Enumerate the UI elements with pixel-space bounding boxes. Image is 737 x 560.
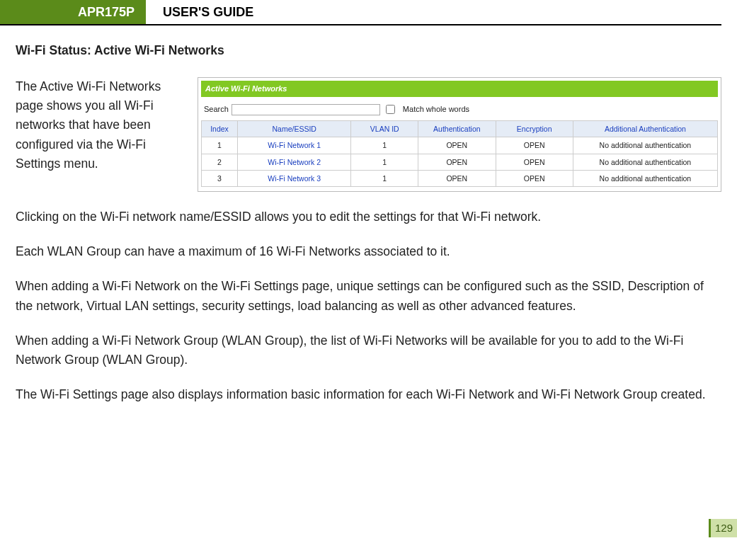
intro-paragraph: The Active Wi-Fi Networks page shows you… [16,77,185,173]
cell-addl: No additional authentication [573,170,717,186]
model-tab: APR175P [0,0,146,24]
cell-enc: OPEN [496,137,573,154]
table-row: 2 Wi-Fi Network 2 1 OPEN OPEN No additio… [202,154,718,170]
cell-enc: OPEN [496,154,573,170]
search-input[interactable] [232,104,380,115]
cell-vlan: 1 [351,137,418,154]
paragraph: Clicking on the Wi-Fi network name/ESSID… [16,207,721,227]
intro-row: The Active Wi-Fi Networks page shows you… [16,77,721,192]
cell-name-link[interactable]: Wi-Fi Network 1 [238,137,351,154]
cell-index: 3 [202,170,238,186]
paragraph: The Wi-Fi Settings page also displays in… [16,385,721,404]
col-header-enc[interactable]: Encryption [496,121,573,137]
cell-index: 2 [202,154,238,170]
panel-search-row: Search Match whole words [201,103,718,120]
cell-enc: OPEN [496,170,573,186]
table-row: 3 Wi-Fi Network 3 1 OPEN OPEN No additio… [202,170,718,186]
col-header-index[interactable]: Index [202,121,238,137]
cell-vlan: 1 [351,170,418,186]
col-header-auth[interactable]: Authentication [418,121,496,137]
doc-title: USER'S GUIDE [163,0,253,24]
cell-addl: No additional authentication [573,154,717,170]
col-header-addl[interactable]: Additional Authentication [573,121,717,137]
match-whole-words-checkbox[interactable] [386,105,395,114]
panel-title: Active Wi-Fi Networks [201,81,718,97]
cell-name-link[interactable]: Wi-Fi Network 2 [238,154,351,170]
match-whole-words-label: Match whole words [403,103,469,115]
active-wifi-panel: Active Wi-Fi Networks Search Match whole… [198,77,721,192]
cell-index: 1 [202,137,238,154]
section-heading: Wi-Fi Status: Active Wi-Fi Networks [16,41,721,60]
cell-vlan: 1 [351,154,418,170]
page-number: 129 [709,519,737,537]
content-area: Wi-Fi Status: Active Wi-Fi Networks The … [0,25,737,404]
cell-auth: OPEN [418,137,496,154]
paragraph: Each WLAN Group can have a maximum of 16… [16,242,721,261]
header-bar: APR175P USER'S GUIDE [0,0,721,25]
paragraph: When adding a Wi-Fi Network on the Wi-Fi… [16,277,721,315]
cell-auth: OPEN [418,170,496,186]
cell-auth: OPEN [418,154,496,170]
paragraph: When adding a Wi-Fi Network Group (WLAN … [16,331,721,370]
search-label: Search [204,103,229,115]
table-row: 1 Wi-Fi Network 1 1 OPEN OPEN No additio… [202,137,718,154]
col-header-vlan[interactable]: VLAN ID [351,121,418,137]
active-wifi-table: Index Name/ESSID VLAN ID Authentication … [201,120,718,187]
cell-addl: No additional authentication [573,137,717,154]
col-header-name[interactable]: Name/ESSID [238,121,351,137]
cell-name-link[interactable]: Wi-Fi Network 3 [238,170,351,186]
table-header-row: Index Name/ESSID VLAN ID Authentication … [202,121,718,137]
